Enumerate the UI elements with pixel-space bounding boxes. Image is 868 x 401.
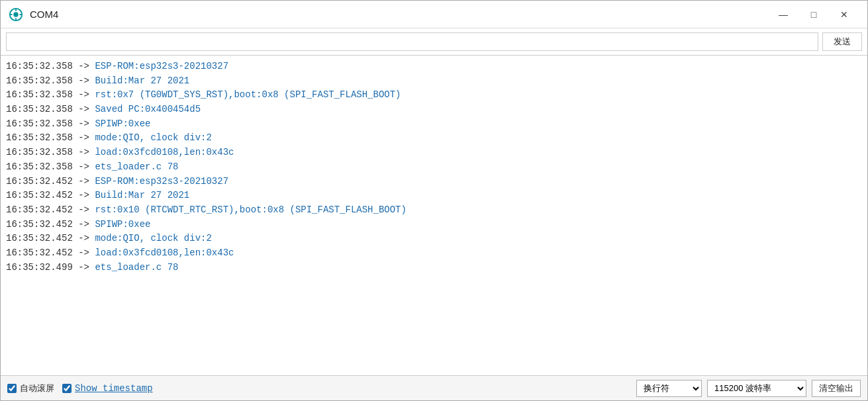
window-title: COM4 bbox=[30, 9, 768, 20]
log-timestamp: 16:35:32.499 bbox=[6, 261, 78, 275]
log-message: ets_loader.c 78 bbox=[95, 160, 178, 175]
log-line: 16:35:32.358 -> ESP-ROM:esp32s3-20210327 bbox=[6, 60, 862, 74]
console-area: 16:35:32.358 -> ESP-ROM:esp32s3-20210327… bbox=[1, 56, 867, 375]
log-line: 16:35:32.452 -> SPIWP:0xee bbox=[6, 218, 862, 232]
log-line: 16:35:32.358 -> load:0x3fcd0108,len:0x43… bbox=[6, 146, 862, 160]
log-arrow: -> bbox=[78, 218, 95, 232]
log-arrow: -> bbox=[78, 246, 95, 261]
log-arrow: -> bbox=[78, 189, 95, 203]
log-timestamp: 16:35:32.358 bbox=[6, 103, 78, 117]
log-arrow: -> bbox=[78, 131, 95, 146]
log-message: load:0x3fcd0108,len:0x43c bbox=[95, 146, 234, 160]
log-timestamp: 16:35:32.452 bbox=[6, 203, 78, 218]
log-message: rst:0x10 (RTCWDT_RTC_RST),boot:0x8 (SPI_… bbox=[95, 203, 406, 218]
status-bar: 自动滚屏 Show timestamp 没有行结尾 换行符 回车符 换行加回车 … bbox=[1, 375, 867, 400]
log-line: 16:35:32.358 -> SPIWP:0xee bbox=[6, 117, 862, 132]
log-timestamp: 16:35:32.358 bbox=[6, 60, 78, 74]
log-arrow: -> bbox=[78, 175, 95, 189]
log-arrow: -> bbox=[78, 146, 95, 160]
log-timestamp: 16:35:32.358 bbox=[6, 74, 78, 89]
toolbar: 发送 bbox=[1, 28, 867, 56]
log-line: 16:35:32.358 -> Saved PC:0x400454d5 bbox=[6, 103, 862, 117]
log-message: ets_loader.c 78 bbox=[95, 261, 178, 275]
log-timestamp: 16:35:32.358 bbox=[6, 146, 78, 160]
log-line: 16:35:32.358 -> mode:QIO, clock div:2 bbox=[6, 131, 862, 146]
log-arrow: -> bbox=[78, 203, 95, 218]
log-message: mode:QIO, clock div:2 bbox=[95, 131, 211, 146]
log-line: 16:35:32.499 -> ets_loader.c 78 bbox=[6, 261, 862, 275]
log-arrow: -> bbox=[78, 88, 95, 103]
app-logo-icon bbox=[9, 7, 23, 22]
baud-rate-select[interactable]: 9600 19200 38400 57600 115200 波特率 230400 bbox=[707, 380, 806, 397]
log-line: 16:35:32.452 -> load:0x3fcd0108,len:0x43… bbox=[6, 246, 862, 261]
log-timestamp: 16:35:32.452 bbox=[6, 175, 78, 189]
auto-scroll-checkbox[interactable] bbox=[7, 384, 17, 393]
show-timestamp-label: Show timestamp bbox=[75, 383, 153, 394]
maximize-button[interactable]: □ bbox=[798, 4, 829, 25]
console-output[interactable]: 16:35:32.358 -> ESP-ROM:esp32s3-20210327… bbox=[1, 56, 867, 375]
show-timestamp-checkbox-label[interactable]: Show timestamp bbox=[62, 383, 153, 394]
status-bar-right: 没有行结尾 换行符 回车符 换行加回车 9600 19200 38400 576… bbox=[636, 380, 861, 397]
log-timestamp: 16:35:32.358 bbox=[6, 131, 78, 146]
log-arrow: -> bbox=[78, 232, 95, 246]
log-arrow: -> bbox=[78, 74, 95, 89]
log-message: ESP-ROM:esp32s3-20210327 bbox=[95, 60, 228, 74]
show-timestamp-checkbox[interactable] bbox=[62, 384, 72, 393]
log-line: 16:35:32.358 -> Build:Mar 27 2021 bbox=[6, 74, 862, 89]
log-timestamp: 16:35:32.452 bbox=[6, 189, 78, 203]
auto-scroll-checkbox-label[interactable]: 自动滚屏 bbox=[7, 382, 54, 394]
log-timestamp: 16:35:32.452 bbox=[6, 218, 78, 232]
log-message: mode:QIO, clock div:2 bbox=[95, 232, 211, 246]
log-arrow: -> bbox=[78, 103, 95, 117]
log-timestamp: 16:35:32.358 bbox=[6, 160, 78, 175]
log-message: rst:0x7 (TG0WDT_SYS_RST),boot:0x8 (SPI_F… bbox=[95, 88, 401, 103]
log-arrow: -> bbox=[78, 261, 95, 275]
log-timestamp: 16:35:32.358 bbox=[6, 117, 78, 132]
log-line: 16:35:32.452 -> rst:0x10 (RTCWDT_RTC_RST… bbox=[6, 203, 862, 218]
send-input[interactable] bbox=[6, 32, 818, 51]
log-message: Build:Mar 27 2021 bbox=[95, 74, 189, 89]
log-line: 16:35:32.452 -> mode:QIO, clock div:2 bbox=[6, 232, 862, 246]
auto-scroll-label: 自动滚屏 bbox=[20, 382, 54, 394]
line-ending-select[interactable]: 没有行结尾 换行符 回车符 换行加回车 bbox=[636, 380, 702, 397]
log-message: ESP-ROM:esp32s3-20210327 bbox=[95, 175, 228, 189]
clear-output-button[interactable]: 清空输出 bbox=[812, 380, 861, 397]
log-timestamp: 16:35:32.358 bbox=[6, 88, 78, 103]
log-timestamp: 16:35:32.452 bbox=[6, 232, 78, 246]
log-timestamp: 16:35:32.452 bbox=[6, 246, 78, 261]
log-message: Saved PC:0x400454d5 bbox=[95, 103, 201, 117]
log-message: SPIWP:0xee bbox=[95, 117, 150, 132]
log-line: 16:35:32.358 -> rst:0x7 (TG0WDT_SYS_RST)… bbox=[6, 88, 862, 103]
close-button[interactable]: ✕ bbox=[829, 4, 859, 25]
log-arrow: -> bbox=[78, 60, 95, 74]
log-message: Build:Mar 27 2021 bbox=[95, 189, 189, 203]
log-line: 16:35:32.452 -> ESP-ROM:esp32s3-20210327 bbox=[6, 175, 862, 189]
log-line: 16:35:32.452 -> Build:Mar 27 2021 bbox=[6, 189, 862, 203]
send-button[interactable]: 发送 bbox=[822, 32, 862, 51]
svg-point-1 bbox=[13, 12, 18, 17]
log-message: load:0x3fcd0108,len:0x43c bbox=[95, 246, 234, 261]
log-line: 16:35:32.358 -> ets_loader.c 78 bbox=[6, 160, 862, 175]
title-bar-buttons: — □ ✕ bbox=[768, 4, 859, 25]
title-bar: COM4 — □ ✕ bbox=[1, 1, 867, 28]
log-arrow: -> bbox=[78, 160, 95, 175]
minimize-button[interactable]: — bbox=[768, 4, 798, 25]
main-window: COM4 — □ ✕ 发送 16:35:32.358 -> ESP-ROM:es… bbox=[0, 0, 868, 401]
log-arrow: -> bbox=[78, 117, 95, 132]
log-message: SPIWP:0xee bbox=[95, 218, 150, 232]
